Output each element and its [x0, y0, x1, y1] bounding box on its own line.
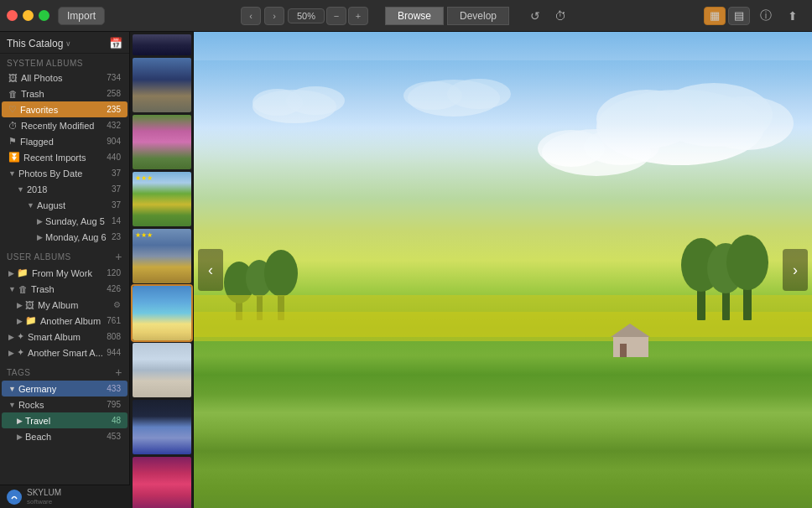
sidebar-item-smart-album[interactable]: ▶ ✦ Smart Album 808	[2, 329, 128, 345]
svg-point-16	[246, 260, 273, 297]
sidebar-item-august[interactable]: ▼ August 37	[2, 197, 128, 213]
layout-buttons: ▦ ▤	[704, 7, 750, 25]
share-button[interactable]: ⬆	[782, 7, 804, 25]
sidebar-item-flagged[interactable]: ⚑ Flagged 904	[2, 133, 128, 149]
zoom-value[interactable]: 50%	[288, 8, 325, 23]
thumbnail-flowers2[interactable]	[133, 457, 191, 508]
zoom-minus-button[interactable]: −	[326, 7, 346, 25]
thumbnail-top[interactable]	[133, 34, 191, 55]
thumbnail-fields[interactable]: ★★★	[133, 172, 191, 226]
tags-header: Tags +	[0, 360, 129, 381]
skylum-footer: SKYLUM software	[0, 485, 130, 508]
thumbnail-city[interactable]: ★★★	[133, 229, 191, 283]
thumbnail-bridge[interactable]	[133, 58, 191, 112]
trash-system-icon: 🗑	[8, 89, 18, 99]
skylum-logo	[7, 490, 22, 505]
svg-rect-23	[620, 344, 627, 357]
sunday-aug5-chevron: ▶	[37, 217, 43, 225]
layout-grid-button[interactable]: ▦	[704, 7, 726, 25]
trash-user-chevron: ▼	[8, 285, 16, 293]
sidebar-item-recent-imports[interactable]: ⏬ Recent Imports 440	[2, 149, 128, 165]
main-photo	[194, 32, 812, 508]
my-album-icon: 🖼	[25, 300, 34, 310]
maximize-button[interactable]	[39, 10, 49, 21]
sidebar-item-from-my-work[interactable]: ▶ 📁 From My Work 120	[2, 265, 128, 281]
germany-chevron: ▼	[8, 385, 16, 393]
nav-back-button[interactable]: ‹	[241, 7, 261, 25]
svg-rect-26	[722, 274, 730, 320]
recent-imports-icon: ⏬	[8, 152, 20, 163]
smart-album-icon: ✦	[17, 331, 24, 342]
svg-point-1	[596, 90, 697, 148]
svg-point-25	[681, 238, 721, 292]
svg-point-5	[538, 130, 605, 167]
svg-rect-17	[278, 278, 284, 320]
my-album-chevron: ▶	[17, 301, 23, 309]
thumbnail-flowers[interactable]	[133, 115, 191, 169]
sidebar-item-recently-modified[interactable]: ⏱ Recently Modified 432	[2, 117, 128, 133]
thumbnail-strip: ★★★ ★★★	[130, 32, 194, 508]
catalog-dropdown[interactable]: This Catalog ∨	[7, 38, 71, 49]
sidebar-item-photos-by-date[interactable]: ▼ Photos By Date 37	[2, 165, 128, 181]
photo-prev-button[interactable]: ‹	[198, 249, 223, 291]
minimize-button[interactable]	[23, 10, 34, 21]
sidebar-item-beach[interactable]: ▶ Beach 453	[2, 428, 128, 444]
thumbnail-bird[interactable]	[133, 343, 191, 397]
layout-list-button[interactable]: ▤	[728, 7, 750, 25]
skylum-text-block: SKYLUM software	[27, 488, 61, 505]
all-photos-icon: 🖼	[8, 73, 18, 83]
sidebar-item-trash-system[interactable]: 🗑 Trash 258	[2, 86, 128, 101]
stars-indicator: ★★★	[135, 174, 153, 182]
svg-point-27	[707, 243, 744, 293]
add-tag-icon[interactable]: +	[115, 365, 122, 379]
svg-rect-19	[194, 295, 812, 341]
beach-chevron: ▶	[17, 433, 23, 441]
sidebar-item-all-photos[interactable]: 🖼 All Photos 734	[2, 70, 128, 86]
sidebar-item-favorites[interactable]: ♡ Favorites 235	[2, 101, 128, 117]
import-button[interactable]: Import	[58, 7, 105, 25]
flagged-icon: ⚑	[8, 136, 17, 147]
tab-develop[interactable]: Develop	[447, 7, 509, 25]
sidebar-item-my-album[interactable]: ▶ 🖼 My Album ⚙	[2, 297, 128, 313]
svg-point-29	[726, 235, 768, 290]
favorites-icon: ♡	[8, 104, 17, 115]
svg-point-12	[447, 79, 511, 109]
sidebar-item-another-album[interactable]: ▶ 📁 Another Album 761	[2, 313, 128, 329]
zoom-plus-button[interactable]: +	[348, 7, 368, 25]
close-button[interactable]	[7, 10, 18, 21]
info-button[interactable]: ⓘ	[755, 7, 777, 25]
sidebar-item-monday-aug6[interactable]: ▶ Monday, Aug 6 23	[2, 229, 128, 245]
svg-point-0	[596, 90, 764, 165]
thumbnail-beach[interactable]	[133, 286, 191, 340]
calendar-icon[interactable]: 📅	[109, 37, 122, 49]
add-album-icon[interactable]: +	[115, 250, 122, 263]
svg-point-7	[252, 90, 336, 123]
photo-svg	[194, 32, 812, 508]
sidebar-item-germany[interactable]: ▼ Germany 433	[2, 381, 128, 397]
sidebar-item-trash-user[interactable]: ▼ 🗑 Trash 426	[2, 281, 128, 297]
main-layout: This Catalog ∨ 📅 System Albums 🖼 All Pho…	[0, 32, 812, 508]
undo-button[interactable]: ↺	[524, 7, 546, 25]
svg-point-2	[655, 83, 773, 147]
history-button[interactable]: ⏱	[549, 7, 571, 25]
another-album-chevron: ▶	[17, 317, 23, 325]
sidebar-item-sunday-aug5[interactable]: ▶ Sunday, Aug 5 14	[2, 213, 128, 229]
another-smart-album-chevron: ▶	[8, 349, 14, 357]
thumbnail-feather[interactable]	[133, 400, 191, 454]
rocks-chevron: ▼	[8, 401, 16, 409]
photo-next-button[interactable]: ›	[783, 249, 808, 291]
photos-by-date-chevron: ▼	[8, 169, 16, 178]
svg-point-18	[264, 250, 298, 297]
svg-point-14	[224, 262, 254, 303]
sidebar-item-another-smart-album[interactable]: ▶ ✦ Another Smart A... 944	[2, 345, 128, 360]
sidebar-item-2018[interactable]: ▼ 2018 37	[2, 181, 128, 197]
nav-forward-button[interactable]: ›	[264, 7, 284, 25]
svg-point-10	[408, 80, 500, 117]
my-album-gear-icon[interactable]: ⚙	[113, 300, 121, 309]
tab-browse[interactable]: Browse	[385, 7, 444, 25]
svg-rect-15	[257, 283, 263, 320]
svg-rect-24	[697, 270, 705, 320]
sidebar-item-travel[interactable]: ▶ Travel 48	[2, 412, 128, 428]
titlebar: Import ‹ › 50% − + Browse Develop ↺ ⏱ ▦ …	[0, 0, 812, 32]
sidebar-item-rocks[interactable]: ▼ Rocks 795	[2, 397, 128, 412]
